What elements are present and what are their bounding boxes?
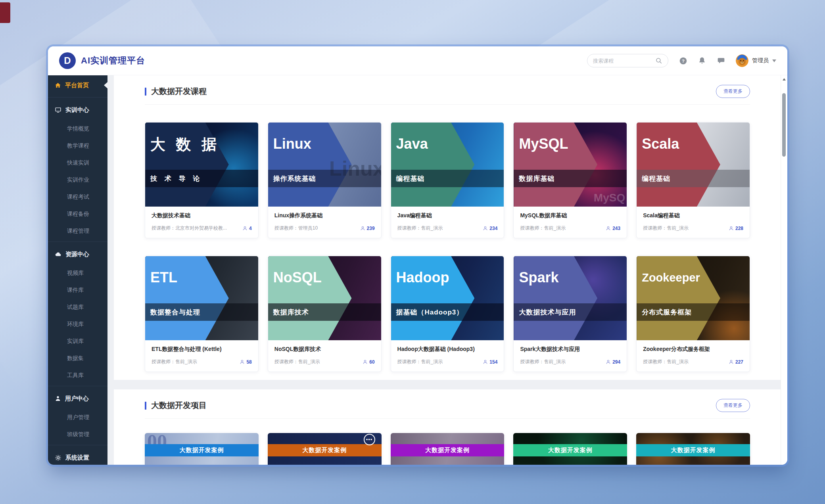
course-card[interactable]: 数据库技术 NoSQL NoSQL数据库技术 授课教师：售前_演示 60 — [268, 256, 382, 372]
courses-panel: 大数据开发课程 查看更多 技 术 导 论 大 数 据 大数据技术基础 — [114, 75, 781, 380]
cover-band: 据基础（Hadoop3） — [391, 303, 504, 321]
sidebar-item-label: 平台首页 — [65, 82, 89, 89]
course-teacher: 授课教师：售前_演示 — [643, 225, 726, 232]
course-card[interactable]: 技 术 导 论 大 数 据 大数据技术基础 授课教师：北京市对外贸易学校教...… — [145, 122, 259, 238]
cover-title: Scala — [642, 136, 679, 152]
student-count: 234 — [483, 226, 497, 231]
sidebar-item[interactable]: 教学课程 — [48, 137, 107, 154]
scrollbar-up-arrow[interactable] — [783, 78, 786, 80]
course-card[interactable]: 分布式服务框架 Zookeeper Zookeeper分布式服务框架 授课教师：… — [636, 256, 750, 372]
course-card[interactable]: Linux 操作系统基础 Linux Linux操作系统基础 授课教师：管理员1… — [268, 122, 382, 238]
main-content: 大数据开发课程 查看更多 技 术 导 论 大 数 据 大数据技术基础 — [107, 75, 787, 465]
sidebar-item[interactable]: 课程管理 — [48, 222, 107, 240]
course-title: Spark大数据技术与应用 — [520, 346, 620, 353]
course-info: ETL数据整合与处理 (Kettle) 授课教师：售前_演示 58 — [145, 340, 258, 372]
person-icon — [606, 359, 611, 364]
sidebar-item[interactable]: 快速实训 — [48, 154, 107, 171]
sidebar-group-resources[interactable]: 资源中心 — [48, 244, 107, 264]
sidebar-group-settings[interactable]: 系统设置 — [48, 447, 107, 465]
course-card[interactable]: MySQ 数据库基础 MySQL MySQL数据库基础 授课教师：售前_演示 — [513, 122, 627, 238]
project-card[interactable]: 大数据开发案例 — [391, 433, 505, 465]
sidebar-item[interactable]: 实训作业 — [48, 171, 107, 188]
sidebar-item[interactable]: 用户管理 — [48, 409, 107, 426]
cover-arrow-shape — [514, 256, 597, 340]
scrollbar[interactable] — [781, 75, 787, 465]
sidebar-item[interactable]: 环境库 — [48, 316, 107, 333]
project-banner: 大数据开发案例 — [391, 444, 505, 456]
avatar[interactable] — [736, 54, 748, 67]
cover-band: 大数据技术与应用 — [514, 303, 627, 321]
course-card[interactable]: 编程基础 Java Java编程基础 授课教师：售前_演示 234 — [391, 122, 505, 238]
sidebar-item[interactable]: 学情概览 — [48, 120, 107, 137]
student-count: 58 — [240, 359, 251, 365]
scrollbar-thumb[interactable] — [782, 93, 786, 157]
user-menu[interactable]: 管理员 — [736, 54, 776, 67]
sidebar-group-training[interactable]: 实训中心 — [48, 100, 107, 120]
search-input[interactable] — [592, 57, 654, 64]
course-cover-image: 数据整合与处理 ETL — [145, 256, 258, 340]
cover-title: ETL — [150, 269, 177, 286]
person-icon — [363, 359, 368, 364]
bell-icon[interactable] — [698, 56, 706, 65]
sidebar-item[interactable]: 视频库 — [48, 264, 107, 282]
project-cover-image: 大数据开发案例 — [391, 433, 505, 465]
sidebar-item[interactable]: 课程备份 — [48, 205, 107, 222]
person-icon — [483, 226, 488, 231]
cover-band: 数据整合与处理 — [145, 303, 258, 321]
cover-subtitle: 大数据技术与应用 — [519, 308, 576, 317]
help-icon[interactable]: ? — [679, 56, 687, 65]
cover-band: 技 术 导 论 — [145, 170, 258, 187]
course-title: 大数据技术基础 — [152, 212, 252, 219]
sidebar-item[interactable]: 数据集 — [48, 350, 107, 367]
search-icon[interactable] — [654, 56, 663, 65]
sidebar-divider — [48, 241, 107, 242]
course-info: Spark大数据技术与应用 授课教师：售前_演示 294 — [514, 340, 627, 372]
sidebar-item[interactable]: 实训库 — [48, 333, 107, 350]
user-icon — [55, 395, 61, 402]
sidebar-group-label: 用户中心 — [65, 395, 89, 402]
course-info: MySQL数据库基础 授课教师：售前_演示 243 — [514, 207, 627, 238]
course-title: Hadoop大数据基础 (Hadoop3) — [397, 346, 498, 353]
person-icon — [729, 359, 734, 364]
course-info: Zookeeper分布式服务框架 授课教师：售前_演示 227 — [637, 340, 750, 372]
app-window: D AI实训管理平台 ? — [48, 46, 787, 465]
message-icon[interactable] — [717, 56, 725, 65]
sidebar-item[interactable]: 课程考试 — [48, 188, 107, 205]
cover-subtitle: 技 术 导 论 — [150, 174, 202, 183]
cover-subtitle: 据基础（Hadoop3） — [396, 308, 464, 317]
cover-arrow-shape — [391, 256, 475, 340]
search-box[interactable] — [587, 54, 668, 67]
cover-subtitle: 分布式服务框架 — [642, 308, 692, 317]
course-card[interactable]: 大数据技术与应用 Spark Spark大数据技术与应用 授课教师：售前_演示 … — [513, 256, 627, 372]
course-card[interactable]: 数据整合与处理 ETL ETL数据整合与处理 (Kettle) 授课教师：售前_… — [145, 256, 259, 372]
project-banner: 大数据开发案例 — [513, 444, 627, 456]
course-cover-image: 据基础（Hadoop3） Hadoop — [391, 256, 504, 340]
student-count: 227 — [729, 359, 743, 365]
course-card[interactable]: 编程基础 Scala Scala编程基础 授课教师：售前_演示 228 — [636, 122, 750, 238]
sidebar-group-label: 资源中心 — [65, 251, 89, 258]
sidebar-item[interactable]: 试题库 — [48, 299, 107, 316]
project-card[interactable]: 大数据开发案例 — [513, 433, 627, 465]
project-card[interactable]: 大数据开发案例 — [636, 433, 750, 465]
student-count: 4 — [242, 226, 252, 231]
home-icon — [55, 82, 61, 88]
course-info: Hadoop大数据基础 (Hadoop3) 授课教师：售前_演示 154 — [391, 340, 504, 372]
cover-title: Hadoop — [396, 269, 449, 286]
sidebar-item-home[interactable]: 平台首页 — [48, 75, 107, 95]
sidebar-item[interactable]: 班级管理 — [48, 426, 107, 443]
view-more-button[interactable]: 查看更多 — [716, 85, 750, 98]
person-icon — [240, 359, 245, 364]
cover-band: 分布式服务框架 — [637, 303, 750, 321]
sidebar-item[interactable]: 工具库 — [48, 367, 107, 384]
project-card[interactable]: 00 大数据开发案例 — [145, 433, 259, 465]
project-card[interactable]: ••• 大数据开发案例 — [268, 433, 382, 465]
chevron-down-icon — [772, 59, 776, 62]
cover-subtitle: 编程基础 — [396, 174, 425, 183]
view-more-button[interactable]: 查看更多 — [716, 399, 750, 412]
sidebar-group-users[interactable]: 用户中心 — [48, 388, 107, 409]
app-logo-icon[interactable]: D — [59, 52, 76, 69]
sidebar-item[interactable]: 课件库 — [48, 282, 107, 299]
course-card[interactable]: 据基础（Hadoop3） Hadoop Hadoop大数据基础 (Hadoop3… — [391, 256, 505, 372]
course-title: MySQL数据库基础 — [520, 212, 620, 219]
course-title: NoSQL数据库技术 — [274, 346, 375, 353]
